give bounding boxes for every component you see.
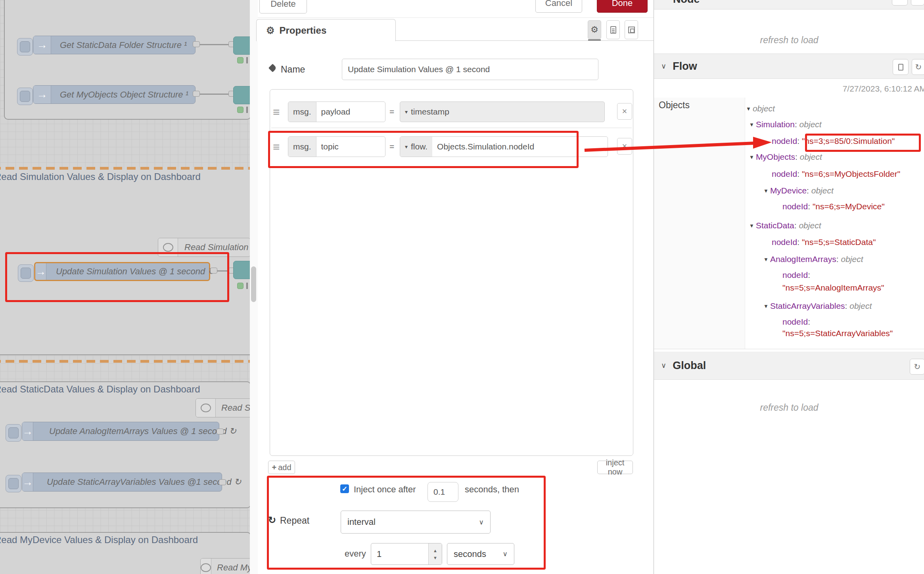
tree-row[interactable]: nodeId: "ns=5;s=StaticData": [772, 237, 876, 247]
collapse-caret-icon[interactable]: ▼: [763, 256, 769, 262]
node-context-empty: refresh to load: [654, 35, 924, 46]
status-text-fragment: [246, 57, 248, 63]
chevron-down-icon[interactable]: ∨: [661, 62, 666, 71]
tree-row[interactable]: ▼Simulation: object: [749, 120, 822, 129]
arrow-up-icon[interactable]: ▲: [433, 548, 437, 553]
collapse-caret-icon[interactable]: ▼: [749, 122, 754, 128]
output-port[interactable]: [193, 91, 200, 97]
tree-row[interactable]: ▼StaticArrayVariables: object: [763, 301, 872, 311]
inject-now-button[interactable]: inject now: [597, 461, 633, 474]
comment-node[interactable]: Read S: [196, 398, 253, 417]
gear-icon: ⚙: [590, 25, 598, 35]
tab-appearance-button[interactable]: [625, 20, 638, 39]
inject-node[interactable]: → Get StaticData Folder Structure ¹: [33, 36, 196, 54]
repeat-select[interactable]: interval ∨: [341, 511, 491, 534]
name-label: Name: [281, 64, 305, 75]
tree-row[interactable]: ▼object: [746, 104, 775, 113]
property-input[interactable]: topic: [316, 137, 385, 157]
inject-node[interactable]: → Get MyObjects Object Structure ¹: [33, 85, 196, 104]
tab-properties-label: Properties: [280, 25, 327, 36]
rule-property-field[interactable]: msg. payload: [288, 101, 385, 122]
rule-value-field[interactable]: ▾ flow. Objects.Simulation.nodeId: [400, 136, 608, 157]
remove-rule-button[interactable]: ×: [617, 103, 632, 120]
arrow-down-icon[interactable]: ▼: [433, 555, 437, 560]
status-text-fragment: [246, 107, 248, 113]
tree-row[interactable]: nodeId: "ns=6;s=MyObjectsFolder": [772, 169, 900, 179]
inject-trigger-button[interactable]: [6, 475, 21, 492]
collapse-caret-icon[interactable]: ▼: [763, 303, 769, 309]
inject-node[interactable]: → Update StaticArrayVariables Values @1 …: [22, 473, 222, 492]
tree-row[interactable]: ▼MyDevice: object: [763, 186, 834, 195]
tree-row[interactable]: nodeId:: [782, 270, 810, 280]
inject-node[interactable]: → Update AnalogItemArrays Values @ 1 sec…: [22, 422, 219, 441]
every-unit-select[interactable]: seconds ∨: [447, 543, 514, 565]
chevron-down-icon: ∨: [503, 550, 508, 558]
drag-handle-icon[interactable]: ≡: [273, 140, 280, 154]
tree-row[interactable]: nodeId: "ns=6;s=MyDevice": [782, 202, 885, 211]
context-key-objects[interactable]: Objects: [659, 100, 690, 111]
tree-row-value-wrap[interactable]: "ns=5;s=AnalogItemArrays": [782, 283, 884, 293]
global-context-empty: refresh to load: [654, 402, 924, 413]
inject-once-seconds-input[interactable]: 0.1: [427, 482, 458, 502]
inject-trigger-button[interactable]: [17, 38, 33, 55]
type-dropdown-icon[interactable]: ▾: [405, 109, 408, 115]
tree-key: AnalogItemArrays: [770, 254, 836, 264]
tab-description-button[interactable]: [606, 20, 620, 39]
flow-canvas[interactable]: → Get StaticData Folder Structure ¹ → Ge…: [0, 0, 258, 574]
comment-label: Read Simulation: [178, 242, 248, 253]
tab-properties[interactable]: ⚙ Properties: [256, 19, 396, 41]
collapse-caret-icon[interactable]: ▼: [749, 154, 754, 160]
global-section-header[interactable]: ∨ Global: [654, 352, 924, 380]
output-port[interactable]: [219, 479, 226, 485]
rule-value-field[interactable]: ▾ timestamp: [400, 101, 605, 122]
node-label: Get MyObjects Object Structure ¹: [51, 90, 188, 100]
flow-section-header[interactable]: ∨ Flow: [654, 54, 924, 79]
comment-node[interactable]: Read Simulation: [158, 238, 251, 257]
name-input[interactable]: Update Simulation Values @ 1 second: [342, 59, 598, 80]
tree-key: StaticData: [756, 221, 794, 230]
output-port[interactable]: [210, 268, 217, 274]
tree-row[interactable]: nodeId:: [782, 317, 810, 327]
inject-trigger-button[interactable]: [18, 264, 34, 282]
collapse-caret-icon[interactable]: ▼: [746, 106, 751, 112]
every-value-stepper[interactable]: 1 ▲▼: [371, 543, 442, 565]
tree-row-value-wrap[interactable]: "ns=5;s=StaticArrayVariables": [782, 329, 893, 338]
cancel-button[interactable]: Cancel: [535, 0, 582, 13]
tree-row[interactable]: ▼MyObjects: object: [749, 152, 822, 162]
type-dropdown-icon[interactable]: ▾: [405, 144, 408, 150]
node-section-header[interactable]: Node: [654, 0, 924, 10]
inject-trigger-button[interactable]: [6, 424, 21, 442]
drag-handle-icon[interactable]: ≡: [273, 105, 280, 119]
inject-trigger-button[interactable]: [17, 88, 33, 105]
group-selection-dash-bottom: [0, 360, 250, 363]
remove-rule-button[interactable]: ×: [617, 138, 632, 155]
rule-property-field[interactable]: msg. topic: [288, 136, 385, 157]
tree-row[interactable]: nodeId: "ns=3;s=85/0:Simulation": [772, 136, 895, 146]
chevron-down-icon[interactable]: ∨: [661, 361, 666, 370]
open-flow-context-button[interactable]: [893, 59, 909, 75]
delete-button[interactable]: Delete: [259, 0, 307, 13]
collapse-caret-icon[interactable]: ▼: [763, 188, 769, 194]
canvas-scrollbar[interactable]: [250, 0, 258, 574]
tree-row[interactable]: ▼AnalogItemArrays: object: [763, 254, 863, 264]
scrollbar-thumb[interactable]: [251, 266, 256, 302]
comment-node[interactable]: Read MyD: [200, 558, 254, 574]
tree-type: object: [799, 221, 821, 230]
refresh-global-context-button[interactable]: ↻: [910, 359, 924, 375]
add-rule-button[interactable]: + add: [268, 461, 295, 474]
inject-node-selected[interactable]: → Update Simulation Values @ 1 second ↻: [34, 262, 210, 281]
tree-key: MyObjects: [756, 152, 795, 161]
property-input[interactable]: payload: [316, 102, 385, 122]
value-input[interactable]: Objects.Simulation.nodeId: [432, 137, 608, 157]
output-port[interactable]: [217, 429, 224, 434]
inject-once-checkbox[interactable]: ✓: [340, 484, 349, 493]
copy-node-context-button[interactable]: [892, 0, 908, 6]
collapse-caret-icon[interactable]: ▼: [749, 223, 754, 229]
tab-properties-icon-button[interactable]: ⚙: [588, 20, 601, 39]
refresh-node-context-button[interactable]: ↻: [911, 0, 924, 6]
output-port[interactable]: [193, 41, 200, 47]
tree-row[interactable]: ▼StaticData: object: [749, 221, 821, 230]
refresh-flow-context-button[interactable]: ↻: [912, 59, 924, 75]
done-button[interactable]: Done: [597, 0, 648, 13]
stepper-arrows[interactable]: ▲▼: [428, 543, 442, 564]
